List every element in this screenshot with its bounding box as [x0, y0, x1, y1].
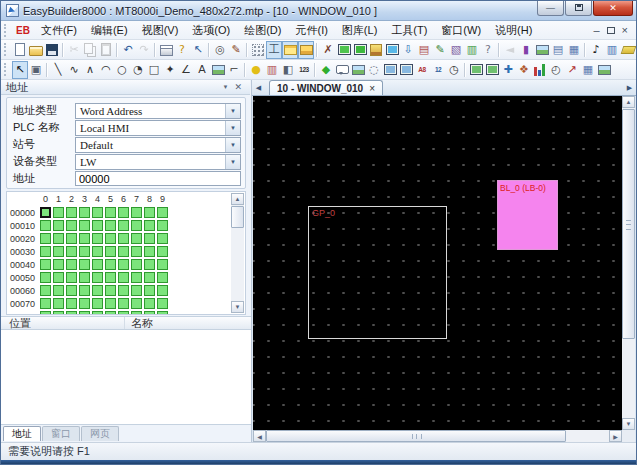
picture-tool-button[interactable] — [210, 61, 226, 79]
data-transfer-button[interactable] — [468, 61, 484, 79]
bit-cell-00080-2[interactable] — [66, 311, 77, 315]
paste-button[interactable] — [98, 41, 114, 59]
bit-cell-00060-9[interactable] — [157, 285, 168, 296]
rectangle-tool-button[interactable]: □ — [146, 61, 162, 79]
bit-cell-00030-9[interactable] — [157, 246, 168, 257]
bit-cell-00000-8[interactable] — [144, 207, 155, 218]
menu-item-7[interactable]: 图库(L) — [335, 22, 384, 39]
word-lamp-button[interactable]: ▥ — [264, 61, 280, 79]
toolbar-draw-grip[interactable] — [4, 63, 9, 76]
window-tab-close-icon[interactable]: × — [369, 84, 375, 93]
bezier-tool-button[interactable]: ∿ — [66, 61, 82, 79]
move-shape-button[interactable]: ✚ — [500, 61, 516, 79]
menubar-grip[interactable] — [4, 24, 9, 37]
mdi-restore-button[interactable] — [607, 27, 615, 34]
bit-cell-00020-1[interactable] — [53, 233, 64, 244]
find-target-button[interactable]: ◎ — [212, 41, 228, 59]
line-tool-button[interactable]: ╲ — [50, 61, 66, 79]
bit-cell-00050-5[interactable] — [105, 272, 116, 283]
bit-cell-00060-2[interactable] — [66, 285, 77, 296]
position-list[interactable] — [1, 330, 251, 425]
window-tab[interactable]: 10 - WINDOW_010 × — [269, 80, 383, 95]
panel-close-icon[interactable]: ✕ — [231, 82, 245, 92]
bit-cell-00040-1[interactable] — [53, 259, 64, 270]
message-display-button[interactable] — [334, 61, 350, 79]
tag-library-button[interactable] — [620, 41, 636, 59]
ascii-display-button[interactable]: A8 — [414, 61, 430, 79]
menu-item-9[interactable]: 窗口(W) — [434, 22, 488, 39]
context-help-button[interactable]: ↖ — [190, 41, 206, 59]
screen-capture-button[interactable]: ▥ — [604, 41, 620, 59]
panel-tab-地址[interactable]: 地址 — [3, 426, 41, 441]
corner-tool-button[interactable]: ⌐ — [226, 61, 242, 79]
bit-cell-00040-4[interactable] — [92, 259, 103, 270]
object-attributes-button[interactable]: ▣ — [28, 61, 44, 79]
sound-library-button[interactable]: ♪ — [588, 41, 604, 59]
bit-cell-00020-7[interactable] — [131, 233, 142, 244]
bit-cell-00070-9[interactable] — [157, 298, 168, 309]
picture-view-button[interactable] — [596, 61, 612, 79]
bit-cell-00000-9[interactable] — [157, 207, 168, 218]
bit-cell-00040-2[interactable] — [66, 259, 77, 270]
bit-cell-00030-8[interactable] — [144, 246, 155, 257]
bit-cell-00000-3[interactable] — [79, 207, 90, 218]
bit-cell-00070-6[interactable] — [118, 298, 129, 309]
bit-cell-00060-1[interactable] — [53, 285, 64, 296]
canvas-scroll-down-icon[interactable]: ▼ — [622, 418, 635, 430]
menu-item-2[interactable]: 编辑(E) — [84, 22, 135, 39]
recipe-view-button[interactable]: ❖ — [516, 61, 532, 79]
bit-cell-00020-3[interactable] — [79, 233, 90, 244]
system-parameters-button[interactable]: ✗ — [320, 41, 336, 59]
bit-cell-00020-9[interactable] — [157, 233, 168, 244]
bit-cell-00060-7[interactable] — [131, 285, 142, 296]
bit-cell-00020-6[interactable] — [118, 233, 129, 244]
multi-screen-button[interactable] — [534, 41, 550, 59]
bit-cell-00010-3[interactable] — [79, 220, 90, 231]
panel-tab-窗口[interactable]: 窗口 — [42, 426, 80, 441]
bit-cell-00040-5[interactable] — [105, 259, 116, 270]
bit-cell-00060-6[interactable] — [118, 285, 129, 296]
bit-cell-00060-0[interactable] — [40, 285, 51, 296]
polyline-tool-button[interactable]: ∧ — [82, 61, 98, 79]
bit-cell-00050-6[interactable] — [118, 272, 129, 283]
bit-cell-00030-6[interactable] — [118, 246, 129, 257]
bit-cell-00000-6[interactable] — [118, 207, 129, 218]
bit-cell-00010-2[interactable] — [66, 220, 77, 231]
direct-window-button[interactable] — [398, 61, 414, 79]
bit-cell-00080-0[interactable] — [40, 311, 51, 315]
mdi-minimize-button[interactable]: – — [593, 25, 599, 35]
address-input[interactable] — [75, 171, 241, 186]
bit-cell-00000-4[interactable] — [92, 207, 103, 218]
canvas-horizontal-scrollbar[interactable]: ◀ ▶ — [253, 430, 622, 442]
bit-cell-00000-7[interactable] — [131, 207, 142, 218]
help-button[interactable]: ? — [174, 41, 190, 59]
trend-display-button[interactable]: ↗ — [564, 61, 580, 79]
edit-startup-screen-button[interactable]: ✎ — [432, 41, 448, 59]
bit-cell-00060-8[interactable] — [144, 285, 155, 296]
column-position[interactable]: 位置 — [1, 317, 125, 329]
bit-cell-00040-0[interactable] — [40, 259, 51, 270]
bit-cell-00010-1[interactable] — [53, 220, 64, 231]
bit-cell-00080-5[interactable] — [105, 311, 116, 315]
window-copy-button[interactable]: ▧ — [448, 41, 464, 59]
close-button[interactable]: ✕ — [593, 1, 633, 16]
meter-display-button[interactable]: ◴ — [548, 61, 564, 79]
system-message-button[interactable]: ▤ — [416, 41, 432, 59]
tab-scroll-right-icon[interactable]: ▶ — [623, 80, 636, 95]
bit-cell-00070-0[interactable] — [40, 298, 51, 309]
save-file-button[interactable] — [44, 41, 60, 59]
bit-cell-00080-9[interactable] — [157, 311, 168, 315]
select-地址类型[interactable]: Word Address — [75, 103, 241, 119]
bit-cell-00030-0[interactable] — [40, 246, 51, 257]
bit-cell-00070-7[interactable] — [131, 298, 142, 309]
menu-item-5[interactable]: 绘图(D) — [237, 22, 288, 39]
bit-cell-00020-4[interactable] — [92, 233, 103, 244]
arc-tool-button[interactable]: ◠ — [98, 61, 114, 79]
circle-tool-button[interactable]: ○ — [114, 61, 130, 79]
what-is-this-button[interactable]: ? — [480, 41, 496, 59]
scrollbar-thumb[interactable] — [231, 206, 244, 228]
bit-cell-00050-0[interactable] — [40, 272, 51, 283]
text-tool-button[interactable]: A — [194, 61, 210, 79]
select-站号[interactable]: Default — [75, 137, 241, 153]
toolbar-main-grip[interactable] — [4, 43, 9, 56]
